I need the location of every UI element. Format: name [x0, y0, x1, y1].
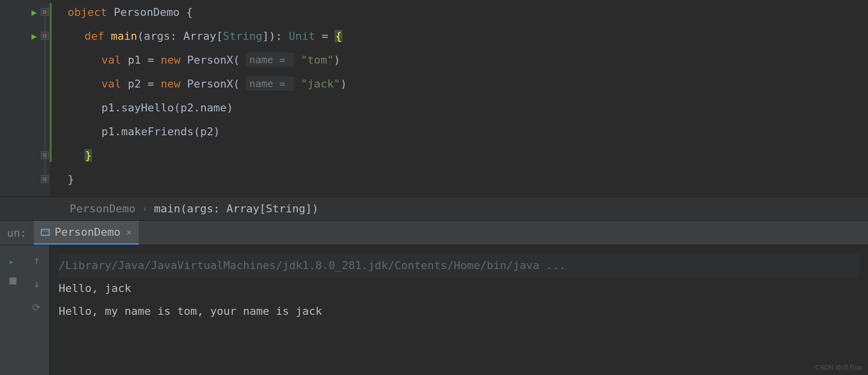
- editor-gutter: ▶ ▶ ⊟ ⊟ ⊟ ⊟: [0, 0, 50, 196]
- run-tool-label: un:: [0, 227, 34, 239]
- type: Array: [183, 30, 216, 42]
- type: String: [223, 30, 262, 42]
- command-line: /Library/Java/JavaVirtualMachines/jdk1.8…: [59, 254, 859, 277]
- brace-highlight: }: [85, 149, 92, 162]
- text: (args:: [137, 30, 183, 42]
- keyword: new: [161, 78, 180, 90]
- fold-icon[interactable]: ⊟: [41, 175, 49, 183]
- keyword: val: [101, 78, 121, 90]
- parameter-hint: name =: [246, 53, 294, 67]
- brace: }: [68, 173, 74, 186]
- code-line[interactable]: val p2 = new PersonX( name = "jack"): [68, 72, 868, 95]
- string-literal: "tom": [301, 54, 334, 66]
- code-line[interactable]: p1.makeFriends(p2): [68, 119, 868, 143]
- keyword: new: [161, 54, 180, 66]
- code-line[interactable]: p1.sayHello(p2.name): [68, 95, 868, 119]
- text: =: [315, 30, 335, 42]
- text: p1 =: [121, 54, 161, 66]
- keyword: def: [85, 30, 104, 42]
- code-content[interactable]: object PersonDemo { def main(args: Array…: [50, 0, 868, 196]
- arrow-up-icon[interactable]: ↑: [33, 254, 40, 267]
- text: PersonX(: [180, 78, 246, 90]
- text: ]):: [262, 30, 289, 42]
- breadcrumb[interactable]: PersonDemo › main(args: Array[String]): [0, 196, 868, 220]
- code-line[interactable]: object PersonDemo {: [68, 0, 868, 24]
- parameter-hint: name =: [246, 77, 294, 91]
- type: Unit: [289, 30, 315, 42]
- keyword: val: [101, 54, 121, 66]
- text: ): [340, 78, 347, 90]
- run-icon[interactable]: ▶: [31, 31, 37, 41]
- text: PersonX(: [180, 54, 246, 66]
- breadcrumb-item[interactable]: main(args: Array[String]): [154, 202, 319, 215]
- code-editor[interactable]: ▶ ▶ ⊟ ⊟ ⊟ ⊟ object PersonDemo { def main…: [0, 0, 868, 196]
- string-literal: "jack": [301, 78, 340, 90]
- run-icon[interactable]: ▶: [31, 7, 37, 17]
- console-toolbar: ▶ ↑ ↓ ⟳: [0, 245, 50, 375]
- text: p1.makeFriends(p2): [101, 125, 220, 138]
- brace-highlight: {: [335, 30, 342, 42]
- chevron-right-icon: ›: [141, 202, 148, 215]
- keyword: object: [68, 6, 107, 18]
- fold-icon[interactable]: ⊟: [41, 8, 49, 16]
- stop-icon[interactable]: [9, 278, 33, 290]
- run-panel-header: un: PersonDemo ×: [0, 220, 868, 245]
- function-name: main: [111, 30, 137, 42]
- code-line[interactable]: def main(args: Array[String]): Unit = {: [68, 24, 868, 48]
- brace: {: [186, 6, 192, 18]
- output-line: Hello, jack: [59, 277, 859, 300]
- application-icon: [41, 229, 50, 236]
- tab-label: PersonDemo: [55, 226, 120, 238]
- text: p2 =: [121, 78, 161, 90]
- code-line[interactable]: }: [68, 167, 868, 191]
- rerun-icon[interactable]: ▶: [9, 254, 33, 267]
- close-icon[interactable]: ×: [126, 227, 132, 237]
- soft-wrap-icon[interactable]: ⟳: [32, 301, 41, 313]
- output-line: Hello, my name is tom, your name is jack: [59, 300, 859, 323]
- breadcrumb-item[interactable]: PersonDemo: [70, 202, 135, 215]
- console-output[interactable]: /Library/Java/JavaVirtualMachines/jdk1.8…: [50, 245, 868, 375]
- watermark: CSDN @流月up: [815, 363, 862, 372]
- text: p1.sayHello(p2.name): [101, 101, 233, 114]
- run-tab[interactable]: PersonDemo ×: [34, 221, 139, 245]
- code-line[interactable]: val p1 = new PersonX( name = "tom"): [68, 48, 868, 72]
- text: ): [334, 54, 340, 66]
- text: [: [216, 30, 223, 42]
- arrow-down-icon[interactable]: ↓: [33, 278, 40, 290]
- identifier: PersonDemo: [114, 6, 179, 18]
- console-panel: ▶ ↑ ↓ ⟳ /Library/Java/JavaVirtualMachine…: [0, 245, 868, 375]
- code-line[interactable]: }: [68, 143, 868, 167]
